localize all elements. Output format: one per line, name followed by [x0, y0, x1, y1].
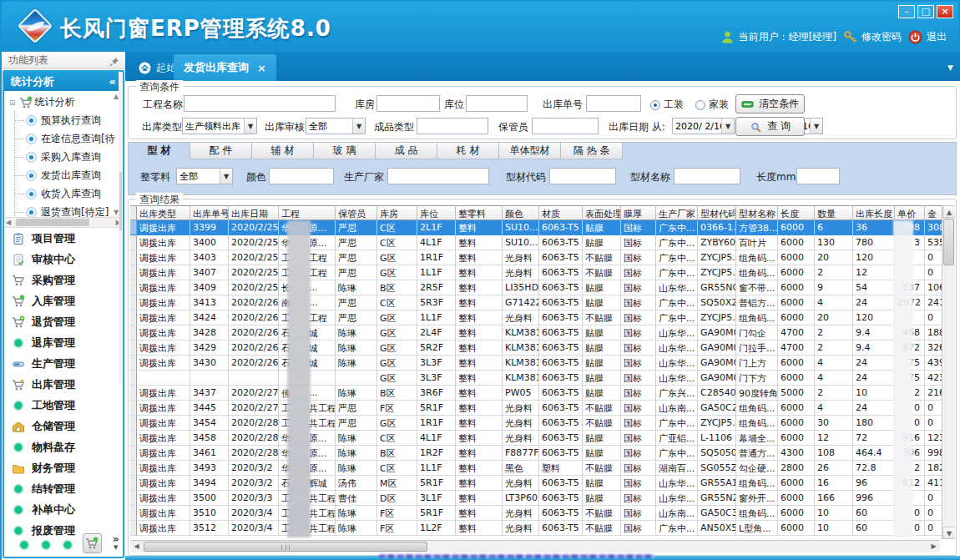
column-header-17[interactable]: 出库长度	[853, 206, 895, 219]
sidebar-item-1[interactable]: 项目管理	[4, 228, 123, 249]
column-header-13[interactable]: 型材代码	[698, 206, 736, 219]
column-header-9[interactable]: 材质	[539, 206, 583, 219]
factory-input[interactable]	[387, 168, 489, 184]
sidebar-item-2[interactable]: 审核中心	[4, 249, 123, 270]
radio-gongzhuang[interactable]: 工装	[650, 98, 684, 112]
tree-root-stats[interactable]: ⊟ 统计分析	[4, 91, 123, 111]
sidebar-item-9[interactable]: 工地管理	[4, 395, 123, 416]
clear-conditions-button[interactable]: 清空条件	[735, 94, 805, 114]
column-header-2[interactable]: 出库日期	[229, 206, 279, 219]
color-input[interactable]	[269, 168, 334, 184]
sidebar-item-11[interactable]: 物料盘存	[4, 436, 123, 457]
material-tab-3[interactable]: 辅 材	[252, 143, 314, 159]
table-row[interactable]: 调拨出库34372020/2/27佛...陈琳B区3R6F整料PW056063-…	[130, 386, 955, 401]
audit-select[interactable]: 全部▼	[306, 118, 366, 134]
tree-item-2[interactable]: 采购入库查询	[4, 148, 123, 166]
table-row[interactable]: 调拨出库35122020/3/4工共工程陈琳F区1L2F整料光身料6063-T5…	[130, 521, 955, 536]
column-header-7[interactable]: 整零料	[456, 206, 503, 219]
material-tab-2[interactable]: 配 件	[190, 143, 252, 159]
maximize-button[interactable]: □	[917, 5, 934, 18]
sidebar-item-12[interactable]: 财务管理	[4, 457, 123, 478]
table-row[interactable]: 调拨出库34282020/2/26石城陈琳G区2L4F整料KLM38176063…	[130, 325, 955, 341]
tree-item-1[interactable]: 在途信息查询[待	[4, 129, 123, 148]
table-row[interactable]: 调拨出库34452020/2/27工共工程严思F区5R1F整料光身料6063-T…	[130, 401, 955, 416]
sidebar-item-13[interactable]: 结转管理	[4, 478, 123, 499]
table-row[interactable]: 调拨出库34582020/2/28华原...陈琳C区4L1F整料光身料6063-…	[130, 431, 955, 446]
material-tab-7[interactable]: 单体型材	[499, 143, 561, 159]
sidebar-item-14[interactable]: 补单中心	[4, 499, 123, 520]
table-row[interactable]: 调拨出库34932020/3/2华原...陈琳C区1L1F整料黑色塑料不贴膜国标…	[130, 461, 955, 476]
sidebar-item-4[interactable]: 入库管理	[4, 290, 123, 311]
table-row[interactable]: 调拨出库35102020/3/4工共工程陈琳F区5R1F整料光身料6063-T5…	[130, 506, 955, 521]
sidebar-item-10[interactable]: 仓储管理	[4, 416, 123, 436]
pin-icon[interactable]	[109, 55, 119, 65]
column-header-0[interactable]: 出库类型	[137, 206, 190, 219]
table-row[interactable]: 调拨出库33992020/2/25华原...严思C区2L1F整料SU10...6…	[130, 220, 955, 235]
table-vertical-scrollbar[interactable]: ▲▼	[942, 205, 955, 539]
keeper-input[interactable]	[532, 118, 599, 134]
stats-group-header[interactable]: 统计分析 «	[4, 72, 123, 91]
expander-icon[interactable]: ⊟	[9, 98, 16, 107]
project-name-input[interactable]	[184, 95, 336, 112]
material-tab-4[interactable]: 玻 璃	[314, 143, 376, 159]
table-row[interactable]: 调拨出库35002020/3/3工共工程曹佳D区3L1F整料LT3P606063…	[130, 491, 955, 506]
column-header-15[interactable]: 长度	[778, 206, 815, 219]
green-circle-icon[interactable]	[18, 538, 28, 549]
column-header-11[interactable]: 膜厚	[621, 206, 656, 219]
tab-close-icon[interactable]: ×	[257, 62, 266, 74]
sidebar-item-7[interactable]: 生产管理	[4, 353, 123, 374]
table-row[interactable]: 调拨出库34542020/2/28工共工程严思G区1R1F整料光身料6063-T…	[130, 416, 955, 431]
column-header-12[interactable]: 生产厂家	[656, 206, 698, 219]
column-header-8[interactable]: 颜色	[503, 206, 539, 219]
tree-item-0[interactable]: 预算执行查询	[4, 111, 123, 129]
out-type-select[interactable]: 生产领料出库▼	[182, 118, 257, 134]
column-header-6[interactable]: 库位	[417, 206, 456, 219]
date-from-select[interactable]: 2020/ 2/16▼	[672, 118, 735, 134]
table-row[interactable]: 调拨出库34942020/3/2石辉城汤伟M区5R1F整料光身料6063-T5贴…	[130, 476, 955, 491]
product-type-input[interactable]	[417, 118, 488, 134]
column-header-14[interactable]: 型材名称	[736, 206, 778, 219]
sidebar-scrollbar[interactable]	[119, 72, 123, 385]
table-row[interactable]: 调拨出库34242020/2/26工工程严思G区1L1F整料光身料6063-T5…	[130, 310, 955, 325]
sidebar-item-3[interactable]: 采购管理	[4, 270, 123, 290]
length-input[interactable]	[796, 168, 840, 184]
change-password-button[interactable]: 修改密码	[843, 30, 902, 44]
collapse-icon[interactable]: «	[109, 72, 116, 91]
green-circle-icon[interactable]	[39, 538, 50, 549]
table-row[interactable]: 调拨出库34302020/2/26石城陈琳G区3L3F整料KLM38176063…	[130, 356, 955, 371]
whole-part-select[interactable]: 全部▼	[176, 168, 233, 184]
close-button[interactable]: ×	[937, 5, 953, 18]
table-horizontal-scrollbar[interactable]: ◀▶	[130, 540, 940, 552]
logout-button[interactable]: 退出	[908, 30, 947, 44]
table-row[interactable]: 调拨出库34032020/2/25工工程严思G区1R1F整料光身料6063-T5…	[130, 250, 955, 265]
material-tab-1[interactable]: 型 材	[129, 143, 190, 159]
tree-horizontal-scrollbar[interactable]: ◀▶	[4, 218, 123, 228]
tree-item-5[interactable]: 退货查询[待定]	[4, 203, 123, 218]
sidebar-item-8[interactable]: 出库管理	[4, 374, 123, 395]
minimize-button[interactable]: –	[898, 5, 915, 18]
sidebar-item-5[interactable]: 退货管理	[4, 311, 123, 332]
radio-jiazhuang[interactable]: 家装	[695, 98, 729, 112]
table-row[interactable]: 调拨出库34292020/2/26石城陈琳G区5R2F整料KLM38176063…	[130, 341, 955, 356]
more-panels-button[interactable]: »▼	[113, 535, 119, 552]
table-row[interactable]: 调拨出库34132020/2/26南...严思C区5R3F整料G71422606…	[130, 295, 955, 310]
column-header-18[interactable]: 单价	[895, 206, 925, 219]
column-header-3[interactable]: 工程	[279, 206, 336, 219]
profile-code-input[interactable]	[549, 168, 616, 184]
column-header-4[interactable]: 保管员	[336, 206, 377, 219]
green-circle-icon[interactable]	[61, 538, 72, 549]
tab-overflow-button[interactable]: ▼	[947, 63, 953, 72]
warehouse-input[interactable]	[376, 95, 440, 112]
tree-item-3[interactable]: 发货出库查询	[4, 166, 123, 184]
tab-shipment-query[interactable]: 发货出库查询 ×	[174, 54, 276, 81]
material-tab-8[interactable]: 隔 热 条	[561, 143, 623, 159]
column-header-10[interactable]: 表面处理	[583, 206, 621, 219]
table-row[interactable]: 调拨出库34072020/2/25工工程严思G区1L1F整料光身料6063-T5…	[130, 265, 955, 280]
table-row[interactable]: 调拨出库34092020/2/25长...陈琳B区2R5F整料LI35HD606…	[130, 280, 955, 295]
location-input[interactable]	[466, 95, 528, 112]
tree-item-4[interactable]: 收货入库查询	[4, 184, 123, 203]
table-row[interactable]: 调拨出库34002020/2/25华原...严思C区4L1F整料SU10...6…	[130, 235, 955, 250]
table-row[interactable]: 调拨出库34612020/2/28华原...陈琳B区1R2F整料F8877FT6…	[130, 446, 955, 461]
search-button[interactable]: 查 询	[735, 117, 805, 136]
profile-name-input[interactable]	[674, 168, 740, 184]
